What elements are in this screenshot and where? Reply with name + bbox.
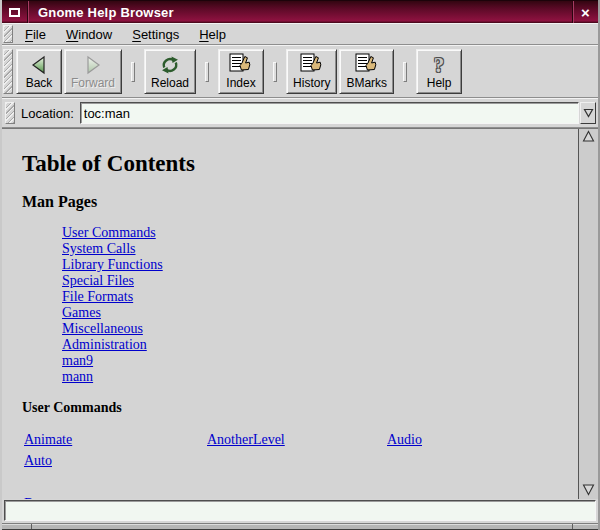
status-bar xyxy=(4,500,596,521)
command-link-grid: Animate AnotherLevel Audio Auto xyxy=(24,432,464,469)
menubar-drag-handle[interactable] xyxy=(3,25,13,43)
toolbar-separator xyxy=(131,62,135,82)
menu-help[interactable]: Help xyxy=(189,25,236,44)
scroll-down-button[interactable] xyxy=(579,482,598,499)
list-item: Special Files xyxy=(62,272,578,288)
cmd-link-audio[interactable]: Audio xyxy=(387,432,464,448)
close-icon: × xyxy=(581,4,590,21)
location-bar: Location: xyxy=(2,98,598,128)
resize-grip-left[interactable] xyxy=(31,524,32,529)
arrow-up-icon xyxy=(582,129,595,147)
list-item: Miscellaneous xyxy=(62,320,578,336)
cmd-link-anotherlevel[interactable]: AnotherLevel xyxy=(207,432,387,448)
hand-document-icon xyxy=(355,53,379,76)
window-menu-button[interactable] xyxy=(2,1,28,23)
list-item: Library Functions xyxy=(62,256,578,272)
cmd-link-animate[interactable]: Animate xyxy=(24,432,207,448)
list-item: man9 xyxy=(62,352,578,368)
toc-link-library-functions[interactable]: Library Functions xyxy=(62,257,163,272)
menu-file[interactable]: File xyxy=(15,25,56,44)
location-label: Location: xyxy=(21,106,74,121)
list-item: File Formats xyxy=(62,288,578,304)
back-button[interactable]: Back xyxy=(16,49,62,94)
window-title: Gnome Help Browser xyxy=(28,1,572,23)
toc-link-man9[interactable]: man9 xyxy=(62,353,93,368)
list-item: Games xyxy=(62,304,578,320)
index-button[interactable]: Index xyxy=(218,49,264,94)
window-bottom-frame xyxy=(2,523,598,530)
page-title: Table of Contents xyxy=(22,151,578,177)
main-area: Table of Contents Man Pages User Command… xyxy=(2,128,598,499)
locationbar-drag-handle[interactable] xyxy=(5,102,15,124)
toolbar-separator xyxy=(403,62,407,82)
toc-link-games[interactable]: Games xyxy=(62,305,101,320)
gnome-help-browser-window: Gnome Help Browser × File Window Setting… xyxy=(0,0,600,530)
help-document: Table of Contents Man Pages User Command… xyxy=(2,129,578,499)
toolbar-separator xyxy=(205,62,209,82)
help-button[interactable]: ? Help xyxy=(416,49,462,94)
hand-document-icon xyxy=(229,53,253,76)
reload-button[interactable]: Reload xyxy=(144,49,196,94)
bookmarks-button[interactable]: BMarks xyxy=(339,49,394,94)
section-heading: User Commands xyxy=(22,400,578,416)
toolbar: Back Forward xyxy=(2,45,598,98)
toolbar-separator xyxy=(273,62,277,82)
location-input[interactable] xyxy=(80,102,579,124)
window-menu-icon xyxy=(9,8,20,17)
location-dropdown-button[interactable] xyxy=(580,102,596,124)
titlebar[interactable]: Gnome Help Browser × xyxy=(2,0,598,23)
menu-window[interactable]: Window xyxy=(56,25,122,44)
forward-button: Forward xyxy=(64,49,122,94)
question-mark-icon: ? xyxy=(434,53,445,76)
scrollbar-track[interactable] xyxy=(579,146,598,482)
list-item: User Commands xyxy=(62,224,578,240)
toc-link-user-commands[interactable]: User Commands xyxy=(62,225,156,240)
toc-link-system-calls[interactable]: System Calls xyxy=(62,241,136,256)
toc-link-list: User Commands System Calls Library Funct… xyxy=(62,224,578,384)
resize-grip-right[interactable] xyxy=(572,524,573,529)
list-item: System Calls xyxy=(62,240,578,256)
toc-link-miscellaneous[interactable]: Miscellaneous xyxy=(62,321,143,336)
toc-link-administration[interactable]: Administration xyxy=(62,337,147,352)
menu-settings[interactable]: Settings xyxy=(122,25,189,44)
scroll-up-button[interactable] xyxy=(579,129,598,146)
toc-link-mann[interactable]: mann xyxy=(62,369,93,384)
reload-icon xyxy=(159,53,181,76)
close-button[interactable]: × xyxy=(572,1,598,23)
vertical-scrollbar[interactable] xyxy=(578,129,598,499)
toolbar-drag-handle[interactable] xyxy=(3,49,13,94)
arrow-down-icon xyxy=(582,482,595,500)
toc-link-file-formats[interactable]: File Formats xyxy=(62,289,133,304)
history-button[interactable]: History xyxy=(286,49,337,94)
list-item: mann xyxy=(62,368,578,384)
chevron-down-icon xyxy=(583,104,594,122)
back-arrow-icon xyxy=(28,53,50,76)
toc-link-special-files[interactable]: Special Files xyxy=(62,273,134,288)
forward-arrow-icon xyxy=(82,53,104,76)
list-item: Administration xyxy=(62,336,578,352)
status-row xyxy=(2,499,598,523)
hand-document-icon xyxy=(300,53,324,76)
menubar: File Window Settings Help xyxy=(2,23,598,45)
toc-heading: Man Pages xyxy=(22,193,578,211)
partial-clipped-link: B xyxy=(24,494,578,499)
cmd-link-auto[interactable]: Auto xyxy=(24,453,207,469)
